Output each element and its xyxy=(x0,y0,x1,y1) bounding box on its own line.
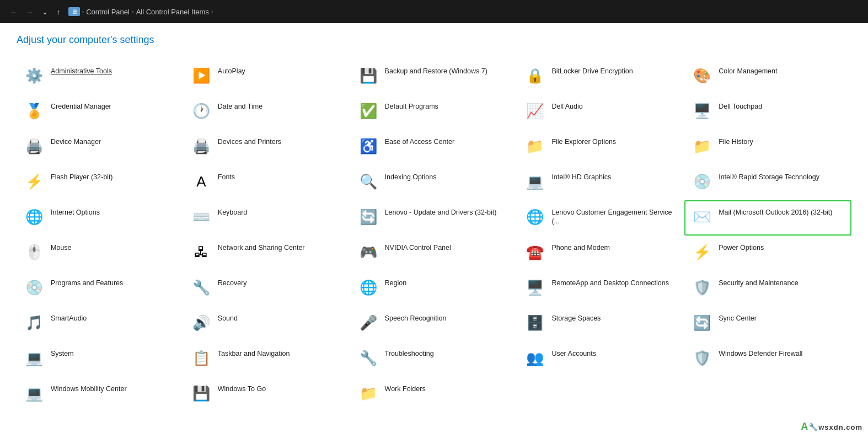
item-administrative-tools[interactable]: ⚙️Administrative Tools xyxy=(17,59,184,94)
back-button[interactable]: ← xyxy=(7,6,20,18)
item-icon-network-sharing: 🖧 xyxy=(190,241,212,263)
breadcrumb-control-panel[interactable]: Control Panel xyxy=(86,8,130,16)
item-label-phone-modem: Phone and Modem xyxy=(551,243,610,252)
item-icon-bitlocker: 🔒 xyxy=(524,65,546,87)
item-date-time[interactable]: 🕐Date and Time xyxy=(184,94,351,130)
item-ease-access[interactable]: ♿Ease of Access Center xyxy=(351,130,518,165)
item-smartaudio[interactable]: 🎵SmartAudio xyxy=(17,306,184,341)
item-label-windows-defender: Windows Defender Firewall xyxy=(719,349,802,358)
item-label-dell-touchpad: Dell Touchpad xyxy=(719,102,762,111)
item-label-network-sharing: Network and Sharing Center xyxy=(218,243,305,252)
item-sync-center[interactable]: 🔄Sync Center xyxy=(684,306,851,341)
item-icon-internet-options: 🌐 xyxy=(23,206,45,228)
recent-button[interactable]: ⌄ xyxy=(39,6,51,18)
item-label-intel-hd: Intel® HD Graphics xyxy=(551,173,611,181)
item-label-devices-printers: Devices and Printers xyxy=(218,137,281,146)
item-flash-player[interactable]: ⚡Flash Player (32-bit) xyxy=(17,165,184,200)
items-grid: ⚙️Administrative Tools▶️AutoPlay💾Backup … xyxy=(17,59,851,412)
item-icon-troubleshooting: 🔧 xyxy=(357,347,379,369)
item-taskbar-navigation[interactable]: 📋Taskbar and Navigation xyxy=(184,341,351,377)
item-indexing[interactable]: 🔍Indexing Options xyxy=(351,165,518,200)
item-label-fonts: Fonts xyxy=(218,173,235,181)
item-dell-touchpad[interactable]: 🖥️Dell Touchpad xyxy=(684,94,851,130)
item-label-sync-center: Sync Center xyxy=(719,314,757,323)
up-button[interactable]: ↑ xyxy=(53,6,64,18)
item-user-accounts[interactable]: 👥User Accounts xyxy=(517,341,684,377)
item-label-date-time: Date and Time xyxy=(218,102,262,111)
item-troubleshooting[interactable]: 🔧Troubleshooting xyxy=(351,341,518,377)
item-work-folders[interactable]: 📁Work Folders xyxy=(351,377,518,412)
item-region[interactable]: 🌐Region xyxy=(351,271,518,306)
item-label-smartaudio: SmartAudio xyxy=(51,314,87,323)
item-file-explorer[interactable]: 📁File Explorer Options xyxy=(517,130,684,165)
item-label-system: System xyxy=(51,349,74,358)
item-icon-dell-audio: 📈 xyxy=(524,100,546,122)
item-dell-audio[interactable]: 📈Dell Audio xyxy=(517,94,684,130)
item-icon-phone-modem: ☎️ xyxy=(524,241,546,263)
item-file-history[interactable]: 📁File History xyxy=(684,130,851,165)
item-label-default-programs: Default Programs xyxy=(385,102,438,111)
item-label-speech: Speech Recognition xyxy=(385,314,447,323)
item-icon-sound: 🔊 xyxy=(190,312,212,334)
item-label-recovery: Recovery xyxy=(218,279,247,287)
item-system[interactable]: 💻System xyxy=(17,341,184,377)
item-label-power-options: Power Options xyxy=(719,243,764,252)
item-label-autoplay: AutoPlay xyxy=(218,67,245,76)
item-windows-to-go[interactable]: 💾Windows To Go xyxy=(184,377,351,412)
item-label-remoteapp: RemoteApp and Desktop Connections xyxy=(551,279,669,287)
item-speech[interactable]: 🎤Speech Recognition xyxy=(351,306,518,341)
item-devices-printers[interactable]: 🖨️Devices and Printers xyxy=(184,130,351,165)
item-icon-mouse: 🖱️ xyxy=(23,241,45,263)
item-label-work-folders: Work Folders xyxy=(385,384,426,393)
item-security-maintenance[interactable]: 🛡️Security and Maintenance xyxy=(684,271,851,306)
item-network-sharing[interactable]: 🖧Network and Sharing Center xyxy=(184,236,351,271)
item-lenovo-customer[interactable]: 🌐Lenovo Customer Engagement Service (... xyxy=(517,200,684,236)
item-icon-security-maintenance: 🛡️ xyxy=(691,276,713,298)
item-remoteapp[interactable]: 🖥️RemoteApp and Desktop Connections xyxy=(517,271,684,306)
item-programs-features[interactable]: 💿Programs and Features xyxy=(17,271,184,306)
forward-button[interactable]: → xyxy=(23,6,36,18)
item-label-device-manager: Device Manager xyxy=(51,137,101,146)
item-fonts[interactable]: AFonts xyxy=(184,165,351,200)
item-icon-devices-printers: 🖨️ xyxy=(190,135,212,157)
watermark-text: wsxdn.com xyxy=(818,423,862,431)
item-label-dell-audio: Dell Audio xyxy=(551,102,582,111)
item-icon-nvidia: 🎮 xyxy=(357,241,379,263)
item-credential-manager[interactable]: 🏅Credential Manager xyxy=(17,94,184,130)
item-bitlocker[interactable]: 🔒BitLocker Drive Encryption xyxy=(517,59,684,94)
item-intel-rapid[interactable]: 💿Intel® Rapid Storage Technology xyxy=(684,165,851,200)
item-label-keyboard: Keyboard xyxy=(218,208,248,217)
item-intel-hd[interactable]: 💻Intel® HD Graphics xyxy=(517,165,684,200)
item-backup-restore[interactable]: 💾Backup and Restore (Windows 7) xyxy=(351,59,518,94)
item-default-programs[interactable]: ✅Default Programs xyxy=(351,94,518,130)
item-autoplay[interactable]: ▶️AutoPlay xyxy=(184,59,351,94)
item-icon-smartaudio: 🎵 xyxy=(23,312,45,334)
item-label-file-history: File History xyxy=(719,137,753,146)
item-nvidia[interactable]: 🎮NVIDIA Control Panel xyxy=(351,236,518,271)
item-windows-defender[interactable]: 🛡️Windows Defender Firewall xyxy=(684,341,851,377)
item-phone-modem[interactable]: ☎️Phone and Modem xyxy=(517,236,684,271)
item-icon-sync-center: 🔄 xyxy=(691,312,713,334)
item-icon-credential-manager: 🏅 xyxy=(23,100,45,122)
item-label-taskbar-navigation: Taskbar and Navigation xyxy=(218,349,290,358)
item-windows-mobility[interactable]: 💻Windows Mobility Center xyxy=(17,377,184,412)
item-keyboard[interactable]: ⌨️Keyboard xyxy=(184,200,351,236)
item-icon-mail-outlook: ✉️ xyxy=(691,206,713,228)
breadcrumb-all-items[interactable]: All Control Panel Items xyxy=(136,8,209,16)
item-label-color-management: Color Management xyxy=(719,67,777,76)
item-storage-spaces[interactable]: 🗄️Storage Spaces xyxy=(517,306,684,341)
item-label-backup-restore: Backup and Restore (Windows 7) xyxy=(385,67,487,76)
item-mouse[interactable]: 🖱️Mouse xyxy=(17,236,184,271)
item-icon-device-manager: 🖨️ xyxy=(23,135,45,157)
item-color-management[interactable]: 🎨Color Management xyxy=(684,59,851,94)
item-label-mail-outlook: Mail (Microsoft Outlook 2016) (32-bit) xyxy=(719,208,832,217)
item-icon-flash-player: ⚡ xyxy=(23,170,45,193)
item-icon-keyboard: ⌨️ xyxy=(190,206,212,228)
item-device-manager[interactable]: 🖨️Device Manager xyxy=(17,130,184,165)
item-internet-options[interactable]: 🌐Internet Options xyxy=(17,200,184,236)
item-recovery[interactable]: 🔧Recovery xyxy=(184,271,351,306)
item-mail-outlook[interactable]: ✉️Mail (Microsoft Outlook 2016) (32-bit) xyxy=(684,200,851,236)
item-power-options[interactable]: ⚡Power Options xyxy=(684,236,851,271)
item-sound[interactable]: 🔊Sound xyxy=(184,306,351,341)
item-lenovo-update[interactable]: 🔄Lenovo - Update and Drivers (32-bit) xyxy=(351,200,518,236)
